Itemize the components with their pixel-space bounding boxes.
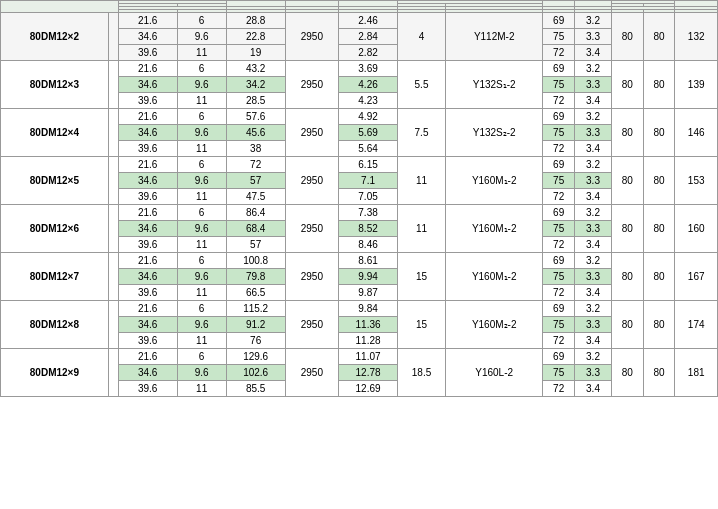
q-ls-cell: 6 bbox=[177, 349, 226, 365]
pa-cell: 8.61 bbox=[339, 253, 398, 269]
q-m3h-cell: 34.6 bbox=[118, 173, 177, 189]
power-cell: 4 bbox=[398, 13, 446, 61]
model-cell: 80DM12×4 bbox=[1, 109, 109, 157]
q-ls-cell: 6 bbox=[177, 253, 226, 269]
q-ls-cell: 9.6 bbox=[177, 125, 226, 141]
npsh-cell: 3.4 bbox=[574, 45, 611, 61]
pa-cell: 12.69 bbox=[339, 381, 398, 397]
npsh-cell: 3.3 bbox=[574, 365, 611, 381]
q-m3h-cell: 34.6 bbox=[118, 29, 177, 45]
table-row: 80DM12×221.6628.829502.464Y112M-2693.280… bbox=[1, 13, 718, 29]
npsh-cell: 3.4 bbox=[574, 189, 611, 205]
npsh-cell: 3.4 bbox=[574, 333, 611, 349]
h-cell: 85.5 bbox=[226, 381, 285, 397]
pa-cell: 9.94 bbox=[339, 269, 398, 285]
table-row: 80DM12×521.667229506.1511Y160M₁-2693.280… bbox=[1, 157, 718, 173]
h-cell: 38 bbox=[226, 141, 285, 157]
weight-cell: 167 bbox=[675, 253, 718, 301]
motor-cell: Y112M-2 bbox=[446, 13, 543, 61]
npsh-cell: 3.3 bbox=[574, 29, 611, 45]
n-cell: 2950 bbox=[285, 205, 338, 253]
npsh-cell: 3.3 bbox=[574, 77, 611, 93]
npsh-cell: 3.2 bbox=[574, 109, 611, 125]
model-cell: 80DM12×9 bbox=[1, 349, 109, 397]
q-m3h-cell: 39.6 bbox=[118, 285, 177, 301]
q-ls-cell: 6 bbox=[177, 301, 226, 317]
q-ls-cell: 9.6 bbox=[177, 77, 226, 93]
q-m3h-cell: 21.6 bbox=[118, 61, 177, 77]
motor-cell: Y160M₁-2 bbox=[446, 157, 543, 205]
npsh-cell: 3.3 bbox=[574, 221, 611, 237]
eff-cell: 75 bbox=[543, 269, 575, 285]
eff-cell: 69 bbox=[543, 109, 575, 125]
q-ls-cell: 6 bbox=[177, 205, 226, 221]
model-cell: 80DM12×6 bbox=[1, 205, 109, 253]
h-cell: 129.6 bbox=[226, 349, 285, 365]
power-cell: 11 bbox=[398, 205, 446, 253]
model-cell: 80DM12×2 bbox=[1, 13, 109, 61]
weight-cell: 153 bbox=[675, 157, 718, 205]
q-m3h-cell: 21.6 bbox=[118, 205, 177, 221]
q-m3h-cell: 34.6 bbox=[118, 317, 177, 333]
pa-cell: 3.69 bbox=[339, 61, 398, 77]
h-cell: 68.4 bbox=[226, 221, 285, 237]
power-cell: 11 bbox=[398, 157, 446, 205]
h-cell: 28.8 bbox=[226, 13, 285, 29]
q-m3h-cell: 34.6 bbox=[118, 221, 177, 237]
q-ls-cell: 6 bbox=[177, 13, 226, 29]
param-cell bbox=[108, 253, 118, 301]
weight-cell: 160 bbox=[675, 205, 718, 253]
eff-cell: 69 bbox=[543, 157, 575, 173]
npsh-cell: 3.3 bbox=[574, 317, 611, 333]
outlet-cell: 80 bbox=[643, 301, 675, 349]
q-ls-cell: 11 bbox=[177, 45, 226, 61]
n-cell: 2950 bbox=[285, 61, 338, 109]
outlet-cell: 80 bbox=[643, 13, 675, 61]
q-ls-cell: 6 bbox=[177, 157, 226, 173]
eff-cell: 69 bbox=[543, 301, 575, 317]
q-m3h-cell: 39.6 bbox=[118, 381, 177, 397]
npsh-cell: 3.3 bbox=[574, 269, 611, 285]
eff-cell: 75 bbox=[543, 125, 575, 141]
npsh-cell: 3.3 bbox=[574, 125, 611, 141]
weight-cell: 146 bbox=[675, 109, 718, 157]
outlet-cell: 80 bbox=[643, 349, 675, 397]
q-m3h-cell: 34.6 bbox=[118, 77, 177, 93]
h-cell: 45.6 bbox=[226, 125, 285, 141]
n-cell: 2950 bbox=[285, 13, 338, 61]
q-m3h-cell: 39.6 bbox=[118, 93, 177, 109]
eff-cell: 69 bbox=[543, 13, 575, 29]
q-m3h-cell: 34.6 bbox=[118, 269, 177, 285]
eff-cell: 72 bbox=[543, 141, 575, 157]
pa-cell: 6.15 bbox=[339, 157, 398, 173]
pa-cell: 8.52 bbox=[339, 221, 398, 237]
pa-cell: 8.46 bbox=[339, 237, 398, 253]
inlet-cell: 80 bbox=[612, 13, 644, 61]
q-m3h-cell: 34.6 bbox=[118, 365, 177, 381]
pump-data-table: 80DM12×221.6628.829502.464Y112M-2693.280… bbox=[0, 0, 718, 397]
pa-cell: 2.46 bbox=[339, 13, 398, 29]
npsh-cell: 3.4 bbox=[574, 237, 611, 253]
model-cell: 80DM12×8 bbox=[1, 301, 109, 349]
q-m3h-cell: 39.6 bbox=[118, 237, 177, 253]
q-m3h-cell: 21.6 bbox=[118, 301, 177, 317]
h-cell: 57 bbox=[226, 173, 285, 189]
power-cell: 18.5 bbox=[398, 349, 446, 397]
model-cell: 80DM12×5 bbox=[1, 157, 109, 205]
table-row: 80DM12×821.66115.229509.8415Y160M₂-2693.… bbox=[1, 301, 718, 317]
n-cell: 2950 bbox=[285, 157, 338, 205]
q-ls-cell: 9.6 bbox=[177, 173, 226, 189]
eff-cell: 75 bbox=[543, 317, 575, 333]
power-cell: 7.5 bbox=[398, 109, 446, 157]
power-cell: 5.5 bbox=[398, 61, 446, 109]
h-cell: 47.5 bbox=[226, 189, 285, 205]
pa-cell: 11.28 bbox=[339, 333, 398, 349]
param-cell bbox=[108, 157, 118, 205]
eff-cell: 72 bbox=[543, 45, 575, 61]
q-m3h-cell: 39.6 bbox=[118, 141, 177, 157]
h-cell: 22.8 bbox=[226, 29, 285, 45]
weight-cell: 132 bbox=[675, 13, 718, 61]
h-cell: 43.2 bbox=[226, 61, 285, 77]
n-cell: 2950 bbox=[285, 349, 338, 397]
q-m3h-cell: 21.6 bbox=[118, 13, 177, 29]
